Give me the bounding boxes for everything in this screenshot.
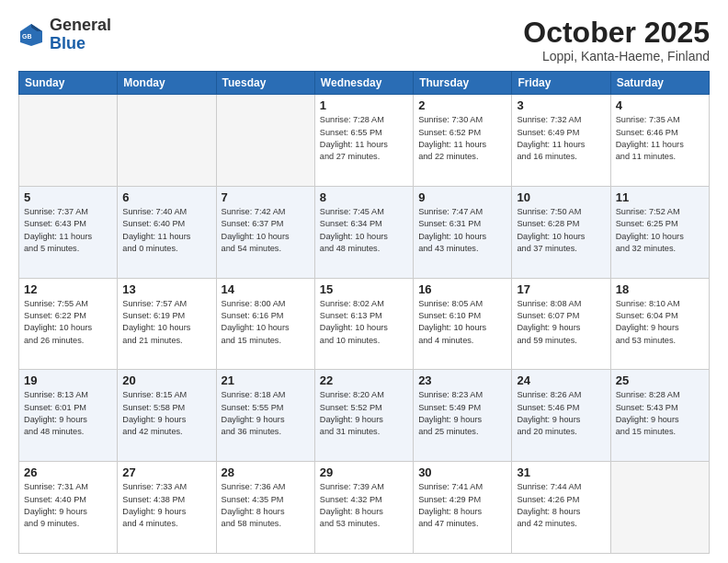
day-cell-4-0: 26Sunrise: 7:31 AM Sunset: 4:40 PM Dayli… xyxy=(19,462,118,554)
header-wednesday: Wednesday xyxy=(314,72,413,95)
svg-text:GB: GB xyxy=(22,33,32,40)
day-info: Sunrise: 8:02 AM Sunset: 6:13 PM Dayligh… xyxy=(320,298,408,347)
day-info: Sunrise: 7:47 AM Sunset: 6:31 PM Dayligh… xyxy=(418,206,506,255)
day-number: 24 xyxy=(517,373,605,387)
day-info: Sunrise: 7:55 AM Sunset: 6:22 PM Dayligh… xyxy=(24,298,112,347)
day-number: 3 xyxy=(517,98,605,112)
day-info: Sunrise: 7:44 AM Sunset: 4:26 PM Dayligh… xyxy=(517,481,605,530)
day-cell-2-4: 16Sunrise: 8:05 AM Sunset: 6:10 PM Dayli… xyxy=(414,278,512,370)
day-info: Sunrise: 8:13 AM Sunset: 6:01 PM Dayligh… xyxy=(24,389,112,438)
day-number: 20 xyxy=(122,373,210,387)
day-number: 14 xyxy=(222,282,310,296)
day-cell-0-6: 4Sunrise: 7:35 AM Sunset: 6:46 PM Daylig… xyxy=(610,95,709,187)
title-block: October 2025 Loppi, Kanta-Haeme, Finland xyxy=(523,17,710,63)
day-cell-0-2 xyxy=(216,95,314,187)
day-info: Sunrise: 8:10 AM Sunset: 6:04 PM Dayligh… xyxy=(616,298,704,347)
day-number: 25 xyxy=(616,373,704,387)
day-number: 12 xyxy=(24,282,112,296)
day-number: 31 xyxy=(517,465,605,479)
day-cell-2-3: 15Sunrise: 8:02 AM Sunset: 6:13 PM Dayli… xyxy=(314,278,413,370)
day-cell-1-4: 9Sunrise: 7:47 AM Sunset: 6:31 PM Daylig… xyxy=(414,186,512,278)
day-cell-4-5: 31Sunrise: 7:44 AM Sunset: 4:26 PM Dayli… xyxy=(512,462,610,554)
day-cell-2-5: 17Sunrise: 8:08 AM Sunset: 6:07 PM Dayli… xyxy=(512,278,610,370)
day-number: 28 xyxy=(222,465,310,479)
day-cell-1-2: 7Sunrise: 7:42 AM Sunset: 6:37 PM Daylig… xyxy=(216,186,314,278)
day-info: Sunrise: 8:00 AM Sunset: 6:16 PM Dayligh… xyxy=(222,298,310,347)
day-info: Sunrise: 8:23 AM Sunset: 5:49 PM Dayligh… xyxy=(418,389,506,438)
day-info: Sunrise: 7:42 AM Sunset: 6:37 PM Dayligh… xyxy=(222,206,310,255)
day-cell-2-6: 18Sunrise: 8:10 AM Sunset: 6:04 PM Dayli… xyxy=(610,278,709,370)
day-number: 19 xyxy=(24,373,112,387)
month-title: October 2025 xyxy=(523,17,710,49)
day-number: 16 xyxy=(418,282,506,296)
logo-general: General xyxy=(50,16,111,34)
day-cell-1-0: 5Sunrise: 7:37 AM Sunset: 6:43 PM Daylig… xyxy=(19,186,118,278)
day-number: 4 xyxy=(616,98,704,112)
header: GB General Blue October 2025 Loppi, Kant… xyxy=(18,17,710,63)
day-number: 27 xyxy=(122,465,210,479)
day-info: Sunrise: 7:37 AM Sunset: 6:43 PM Dayligh… xyxy=(24,206,112,255)
day-info: Sunrise: 7:36 AM Sunset: 4:35 PM Dayligh… xyxy=(222,481,310,530)
week-row-4: 19Sunrise: 8:13 AM Sunset: 6:01 PM Dayli… xyxy=(19,370,710,462)
day-number: 10 xyxy=(517,190,605,204)
day-cell-2-1: 13Sunrise: 7:57 AM Sunset: 6:19 PM Dayli… xyxy=(118,278,216,370)
day-info: Sunrise: 7:45 AM Sunset: 6:34 PM Dayligh… xyxy=(320,206,408,255)
logo: GB General Blue xyxy=(18,17,111,53)
day-cell-3-5: 24Sunrise: 8:26 AM Sunset: 5:46 PM Dayli… xyxy=(512,370,610,462)
day-info: Sunrise: 7:50 AM Sunset: 6:28 PM Dayligh… xyxy=(517,206,605,255)
day-info: Sunrise: 7:31 AM Sunset: 4:40 PM Dayligh… xyxy=(24,481,112,530)
day-cell-1-6: 11Sunrise: 7:52 AM Sunset: 6:25 PM Dayli… xyxy=(610,186,709,278)
day-number: 22 xyxy=(320,373,408,387)
day-cell-3-6: 25Sunrise: 8:28 AM Sunset: 5:43 PM Dayli… xyxy=(610,370,709,462)
day-cell-4-1: 27Sunrise: 7:33 AM Sunset: 4:38 PM Dayli… xyxy=(118,462,216,554)
day-cell-4-6 xyxy=(610,462,709,554)
week-row-2: 5Sunrise: 7:37 AM Sunset: 6:43 PM Daylig… xyxy=(19,186,710,278)
location: Loppi, Kanta-Haeme, Finland xyxy=(523,49,710,63)
day-number: 18 xyxy=(616,282,704,296)
page: GB General Blue October 2025 Loppi, Kant… xyxy=(0,0,728,563)
day-info: Sunrise: 7:30 AM Sunset: 6:52 PM Dayligh… xyxy=(418,114,506,163)
day-number: 21 xyxy=(222,373,310,387)
day-info: Sunrise: 8:20 AM Sunset: 5:52 PM Dayligh… xyxy=(320,389,408,438)
day-info: Sunrise: 7:57 AM Sunset: 6:19 PM Dayligh… xyxy=(122,298,210,347)
day-number: 6 xyxy=(122,190,210,204)
day-cell-1-1: 6Sunrise: 7:40 AM Sunset: 6:40 PM Daylig… xyxy=(118,186,216,278)
day-info: Sunrise: 7:28 AM Sunset: 6:55 PM Dayligh… xyxy=(320,114,408,163)
day-info: Sunrise: 8:26 AM Sunset: 5:46 PM Dayligh… xyxy=(517,389,605,438)
day-cell-3-1: 20Sunrise: 8:15 AM Sunset: 5:58 PM Dayli… xyxy=(118,370,216,462)
week-row-3: 12Sunrise: 7:55 AM Sunset: 6:22 PM Dayli… xyxy=(19,278,710,370)
day-cell-0-4: 2Sunrise: 7:30 AM Sunset: 6:52 PM Daylig… xyxy=(414,95,512,187)
header-thursday: Thursday xyxy=(414,72,512,95)
logo-icon: GB xyxy=(18,22,44,48)
day-number: 13 xyxy=(122,282,210,296)
day-cell-3-2: 21Sunrise: 8:18 AM Sunset: 5:55 PM Dayli… xyxy=(216,370,314,462)
day-cell-1-3: 8Sunrise: 7:45 AM Sunset: 6:34 PM Daylig… xyxy=(314,186,413,278)
day-info: Sunrise: 7:33 AM Sunset: 4:38 PM Dayligh… xyxy=(122,481,210,530)
day-number: 15 xyxy=(320,282,408,296)
day-number: 9 xyxy=(418,190,506,204)
day-cell-2-0: 12Sunrise: 7:55 AM Sunset: 6:22 PM Dayli… xyxy=(19,278,118,370)
day-cell-1-5: 10Sunrise: 7:50 AM Sunset: 6:28 PM Dayli… xyxy=(512,186,610,278)
header-monday: Monday xyxy=(118,72,216,95)
day-info: Sunrise: 7:41 AM Sunset: 4:29 PM Dayligh… xyxy=(418,481,506,530)
day-number: 7 xyxy=(222,190,310,204)
header-tuesday: Tuesday xyxy=(216,72,314,95)
day-info: Sunrise: 7:52 AM Sunset: 6:25 PM Dayligh… xyxy=(616,206,704,255)
day-number: 17 xyxy=(517,282,605,296)
weekday-header-row: Sunday Monday Tuesday Wednesday Thursday… xyxy=(19,72,710,95)
day-cell-4-3: 29Sunrise: 7:39 AM Sunset: 4:32 PM Dayli… xyxy=(314,462,413,554)
logo-text: General Blue xyxy=(50,17,111,53)
calendar-table: Sunday Monday Tuesday Wednesday Thursday… xyxy=(18,71,710,554)
day-number: 30 xyxy=(418,465,506,479)
header-sunday: Sunday xyxy=(19,72,118,95)
day-cell-4-4: 30Sunrise: 7:41 AM Sunset: 4:29 PM Dayli… xyxy=(414,462,512,554)
week-row-1: 1Sunrise: 7:28 AM Sunset: 6:55 PM Daylig… xyxy=(19,95,710,187)
week-row-5: 26Sunrise: 7:31 AM Sunset: 4:40 PM Dayli… xyxy=(19,462,710,554)
day-cell-0-5: 3Sunrise: 7:32 AM Sunset: 6:49 PM Daylig… xyxy=(512,95,610,187)
day-number: 29 xyxy=(320,465,408,479)
day-info: Sunrise: 8:28 AM Sunset: 5:43 PM Dayligh… xyxy=(616,389,704,438)
header-saturday: Saturday xyxy=(610,72,709,95)
day-cell-3-0: 19Sunrise: 8:13 AM Sunset: 6:01 PM Dayli… xyxy=(19,370,118,462)
day-info: Sunrise: 8:18 AM Sunset: 5:55 PM Dayligh… xyxy=(222,389,310,438)
day-number: 2 xyxy=(418,98,506,112)
